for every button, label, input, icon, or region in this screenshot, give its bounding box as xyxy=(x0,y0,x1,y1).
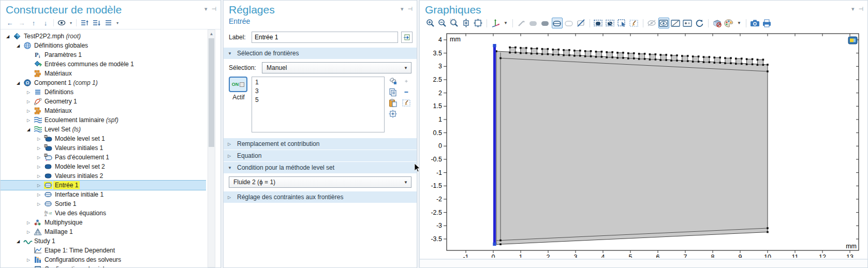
zoom-out-icon[interactable] xyxy=(437,18,448,28)
expand-icon[interactable]: ▷ xyxy=(36,192,42,197)
go-to-view-icon[interactable] xyxy=(490,18,501,28)
tree-node-level-set[interactable]: ◢Level Set (ls) xyxy=(1,125,206,134)
expand-icon[interactable]: ▷ xyxy=(36,183,42,188)
snapshot-camera-icon[interactable] xyxy=(749,18,760,28)
expand-icon[interactable]: ▷ xyxy=(36,165,42,169)
tree-node-mod-le-level-set-2[interactable]: ▷Modèle level set 2 xyxy=(1,162,206,171)
expand-icon[interactable]: ▷ xyxy=(25,220,32,225)
plot-area[interactable]: -101234567891011121343.532.521.510.50-0.… xyxy=(420,29,867,258)
pin-icon[interactable]: ⊣ xyxy=(858,6,863,12)
panel-menu-caret-icon[interactable]: ▾ xyxy=(401,6,404,12)
show-caret-icon[interactable]: ▾ xyxy=(68,18,73,27)
select-box-dark-icon[interactable] xyxy=(593,18,604,28)
scrollbar-thumb[interactable] xyxy=(209,38,214,147)
tree-node-testp2p2-mph[interactable]: ◢TestP2P2.mph (root) xyxy=(1,32,206,41)
tree-node-interface-initiale-1[interactable]: ▷Interface initiale 1 xyxy=(1,190,206,199)
tree-node-d-finitions-globales[interactable]: ◢Définitions globales xyxy=(1,41,206,50)
zoom-extents-icon[interactable] xyxy=(461,18,472,28)
zoom-in-icon[interactable] xyxy=(425,18,436,28)
add-to-selection-icon[interactable] xyxy=(402,77,411,85)
show-objects-icon[interactable] xyxy=(682,18,693,28)
tree-node-valeurs-initiales-2[interactable]: ▷Valeurs initiales 2 xyxy=(1,171,206,181)
panel-menu-caret-icon[interactable]: ▾ xyxy=(204,6,208,12)
section-levelset-condition[interactable]: ▼ Condition pour la méthode level set xyxy=(224,161,417,173)
section-boundary-selection[interactable]: ▼ Sélection de frontières xyxy=(224,47,417,59)
tree-node-mat-riaux[interactable]: Matériaux xyxy=(1,69,206,78)
panel-menu-caret-icon[interactable]: ▾ xyxy=(851,6,855,12)
tree-node-geometry-1[interactable]: ▷Geometry 1 xyxy=(1,97,206,106)
boundary-selection-list[interactable]: 135 xyxy=(252,77,385,132)
zoom-fit-icon[interactable] xyxy=(473,18,483,28)
expand-icon[interactable]: ▷ xyxy=(36,137,42,141)
tree-node-pas-d-coulement-1[interactable]: ▷DPas d'écoulement 1 xyxy=(1,153,206,162)
collapse-icon[interactable]: ◢ xyxy=(15,43,21,48)
levelset-condition-dropdown[interactable]: Fluide 2 (ϕ = 1) ▼ xyxy=(229,176,411,188)
select-boundaries-icon[interactable] xyxy=(552,18,563,28)
section-override[interactable]: ▷ Remplacement et contribution xyxy=(224,138,417,150)
expand-icon[interactable]: ▷ xyxy=(25,90,32,95)
tree-node-etape-1-time-dependent[interactable]: Etape 1: Time Dependent xyxy=(1,246,206,255)
expand-icon[interactable]: ▷ xyxy=(36,174,42,178)
back-arrow-icon[interactable]: ← xyxy=(5,18,15,27)
forward-arrow-icon[interactable]: → xyxy=(17,18,27,27)
collapse-icon[interactable]: ◢ xyxy=(5,34,11,39)
zoom-to-selection-icon[interactable] xyxy=(389,109,398,118)
expand-icon[interactable]: ▷ xyxy=(25,109,32,113)
collapse-icon[interactable]: ◢ xyxy=(15,239,21,244)
tree-node-study-1[interactable]: ◢Study 1 xyxy=(1,236,206,246)
select-points-icon[interactable] xyxy=(564,18,575,28)
tree-node-sortie-1[interactable]: ▷Sortie 1 xyxy=(1,199,206,209)
create-selection-icon[interactable] xyxy=(389,77,398,85)
tree-node-vue-des-quations[interactable]: ∂u∂t=fVue des équations xyxy=(1,209,206,218)
remove-from-selection-icon[interactable] xyxy=(402,87,411,96)
go-to-view-caret-icon[interactable]: ▼ xyxy=(502,21,509,25)
expand-icon[interactable]: ▷ xyxy=(36,146,42,151)
node-order-icon[interactable] xyxy=(103,18,113,27)
zoom-box-icon[interactable] xyxy=(449,18,460,28)
tree-node-component-1[interactable]: ◢ΩComponent 1 (comp 1) xyxy=(1,78,206,87)
copy-selection-icon[interactable] xyxy=(389,87,398,96)
collapse-icon[interactable]: ◢ xyxy=(15,81,21,85)
reset-hiding-icon[interactable] xyxy=(694,18,705,28)
show-eye-icon[interactable] xyxy=(56,18,67,27)
tree-node-valeurs-initiales-1[interactable]: ▷DValeurs initiales 1 xyxy=(1,143,206,153)
tree-node-configurations-des-solveurs[interactable]: ▷Configurations des solveurs xyxy=(1,255,206,264)
label-input[interactable] xyxy=(252,32,398,43)
print-icon[interactable] xyxy=(761,18,772,28)
expand-icon[interactable]: ▷ xyxy=(25,230,32,234)
go-to-source-icon[interactable] xyxy=(401,32,413,43)
section-constraint[interactable]: ▷ Réglage des contraintes aux frontières xyxy=(224,191,417,203)
move-down-icon[interactable]: ↓ xyxy=(40,18,51,27)
expand-icon[interactable]: ▷ xyxy=(25,118,32,123)
tree-node-mat-riaux[interactable]: ▷Matériaux xyxy=(1,106,206,115)
hide-objects-icon[interactable] xyxy=(670,18,681,28)
collapse-all-icon[interactable] xyxy=(79,18,90,27)
selection-list-item[interactable]: 5 xyxy=(255,96,381,105)
plot-canvas[interactable]: -101234567891011121343.532.521.510.50-0.… xyxy=(420,29,868,258)
select-off-icon[interactable] xyxy=(576,18,586,28)
expand-icon[interactable]: ▷ xyxy=(36,155,42,160)
tree-node-mod-le-level-set-1[interactable]: ▷DModèle level set 1 xyxy=(1,134,206,143)
expand-icon[interactable]: ▷ xyxy=(25,99,32,104)
paste-selection-icon[interactable] xyxy=(389,98,398,107)
expand-icon[interactable]: ▷ xyxy=(25,258,32,262)
pin-icon[interactable]: ⊣ xyxy=(211,6,216,12)
hide-selected-icon[interactable] xyxy=(646,18,657,28)
tree-scrollbar[interactable]: ▲ xyxy=(208,29,215,267)
select-domains-icon[interactable] xyxy=(528,18,539,28)
color-theme-caret-icon[interactable]: ▼ xyxy=(735,21,743,25)
tree-node-maillage-1[interactable]: ▷Maillage 1 xyxy=(1,227,206,236)
section-equation[interactable]: ▷ Equation xyxy=(224,150,417,161)
disable-rendering-icon[interactable] xyxy=(712,18,723,28)
node-order-caret-icon[interactable]: ▾ xyxy=(115,18,120,27)
clear-selection-icon[interactable] xyxy=(402,98,411,107)
pin-icon[interactable]: ⊣ xyxy=(407,6,413,12)
expand-all-icon[interactable] xyxy=(91,18,101,27)
tree-node-multiphysique[interactable]: ▷Multiphysique xyxy=(1,218,206,227)
select-boundaries-dark-icon[interactable] xyxy=(540,18,551,28)
selection-list-item[interactable]: 1 xyxy=(255,78,381,87)
expand-icon[interactable]: ▷ xyxy=(36,202,42,206)
color-theme-icon[interactable] xyxy=(724,18,734,28)
tree-node-configurations-des-jobs[interactable]: Configurations des jobs xyxy=(1,264,206,267)
select-pencil-icon[interactable] xyxy=(516,18,527,28)
